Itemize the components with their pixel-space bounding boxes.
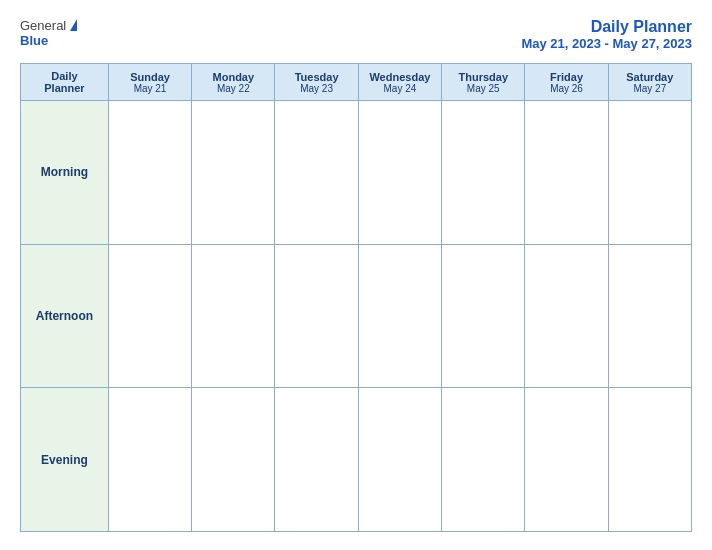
first-col-line1: Daily <box>25 70 104 82</box>
cell-afternoon-wednesday[interactable] <box>358 244 441 388</box>
cell-afternoon-thursday[interactable] <box>442 244 525 388</box>
page: General Blue Daily Planner May 21, 2023 … <box>0 0 712 550</box>
col-day-label: Saturday <box>613 71 687 83</box>
cell-morning-saturday[interactable] <box>608 101 691 245</box>
col-day-label: Monday <box>196 71 270 83</box>
table-header-row: Daily Planner SundayMay 21MondayMay 22Tu… <box>21 64 692 101</box>
cell-afternoon-friday[interactable] <box>525 244 608 388</box>
col-day-label: Tuesday <box>279 71 353 83</box>
logo-triangle-icon <box>70 19 77 31</box>
col-date-label: May 25 <box>446 83 520 94</box>
cell-afternoon-sunday[interactable] <box>108 244 191 388</box>
page-title: Daily Planner <box>521 18 692 36</box>
table-header-label-col: Daily Planner <box>21 64 109 101</box>
cell-evening-saturday[interactable] <box>608 388 691 532</box>
col-day-label: Wednesday <box>363 71 437 83</box>
row-label-evening: Evening <box>21 388 109 532</box>
row-label-morning: Morning <box>21 101 109 245</box>
planner-table: Daily Planner SundayMay 21MondayMay 22Tu… <box>20 63 692 532</box>
cell-evening-tuesday[interactable] <box>275 388 358 532</box>
cell-evening-sunday[interactable] <box>108 388 191 532</box>
title-area: Daily Planner May 21, 2023 - May 27, 202… <box>521 18 692 51</box>
cell-morning-friday[interactable] <box>525 101 608 245</box>
col-date-label: May 24 <box>363 83 437 94</box>
cell-afternoon-tuesday[interactable] <box>275 244 358 388</box>
col-day-label: Thursday <box>446 71 520 83</box>
cell-evening-friday[interactable] <box>525 388 608 532</box>
cell-morning-sunday[interactable] <box>108 101 191 245</box>
table-header-wednesday: WednesdayMay 24 <box>358 64 441 101</box>
col-day-label: Friday <box>529 71 603 83</box>
table-row: Morning <box>21 101 692 245</box>
cell-morning-thursday[interactable] <box>442 101 525 245</box>
table-header-thursday: ThursdayMay 25 <box>442 64 525 101</box>
table-header-monday: MondayMay 22 <box>192 64 275 101</box>
logo: General <box>20 18 77 33</box>
cell-evening-thursday[interactable] <box>442 388 525 532</box>
cell-morning-monday[interactable] <box>192 101 275 245</box>
table-row: Evening <box>21 388 692 532</box>
date-range: May 21, 2023 - May 27, 2023 <box>521 36 692 51</box>
col-date-label: May 26 <box>529 83 603 94</box>
logo-general-text: General <box>20 18 66 33</box>
table-header-friday: FridayMay 26 <box>525 64 608 101</box>
cell-evening-monday[interactable] <box>192 388 275 532</box>
row-label-afternoon: Afternoon <box>21 244 109 388</box>
table-header-sunday: SundayMay 21 <box>108 64 191 101</box>
header: General Blue Daily Planner May 21, 2023 … <box>20 18 692 51</box>
logo-area: General Blue <box>20 18 77 48</box>
cell-morning-tuesday[interactable] <box>275 101 358 245</box>
first-col-line2: Planner <box>25 82 104 94</box>
table-header-tuesday: TuesdayMay 23 <box>275 64 358 101</box>
col-date-label: May 27 <box>613 83 687 94</box>
table-header-saturday: SaturdayMay 27 <box>608 64 691 101</box>
col-date-label: May 23 <box>279 83 353 94</box>
col-date-label: May 22 <box>196 83 270 94</box>
cell-afternoon-saturday[interactable] <box>608 244 691 388</box>
cell-morning-wednesday[interactable] <box>358 101 441 245</box>
table-row: Afternoon <box>21 244 692 388</box>
col-date-label: May 21 <box>113 83 187 94</box>
cell-evening-wednesday[interactable] <box>358 388 441 532</box>
col-day-label: Sunday <box>113 71 187 83</box>
cell-afternoon-monday[interactable] <box>192 244 275 388</box>
logo-blue-text: Blue <box>20 33 48 48</box>
